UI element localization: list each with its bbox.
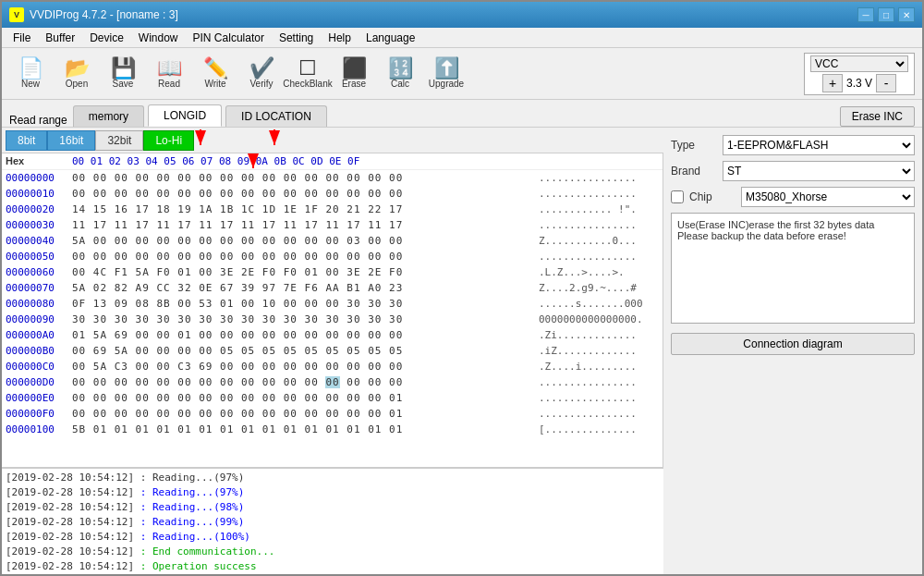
hex-row: 000000A001 5A 69 00 00 01 00 00 00 00 00… — [2, 327, 663, 343]
chip-select[interactable]: M35080_Xhorse M35080_D80 — [741, 187, 915, 207]
hex-row-address: 000000E0 — [6, 391, 72, 405]
hex-row: 000000E000 00 00 00 00 00 00 00 00 00 00… — [2, 390, 663, 406]
verify-icon: ✔️ — [249, 58, 274, 79]
menu-buffer[interactable]: Buffer — [38, 30, 82, 46]
hex-row-bytes: 11 17 11 17 11 17 11 17 11 17 11 17 11 1… — [72, 218, 539, 232]
app-icon: V — [9, 7, 24, 22]
read-icon: 📖 — [157, 58, 182, 79]
hex-row: 000000B000 69 5A 00 00 00 00 05 05 05 05… — [2, 343, 663, 359]
log-timestamp: [2019-02-28 10:54:12] — [6, 472, 134, 484]
calc-button[interactable]: 🔢 Calc — [379, 53, 421, 95]
tab-id-location[interactable]: ID LOCATION — [225, 105, 327, 127]
tab-memory[interactable]: memory — [73, 105, 144, 127]
hex-row: 000000F000 00 00 00 00 00 00 00 00 00 00… — [2, 406, 663, 422]
hex-row: 0000005000 00 00 00 00 00 00 00 00 00 00… — [2, 249, 663, 264]
vcc-select[interactable]: VCC GND — [810, 55, 908, 72]
hex-row-address: 000000D0 — [6, 375, 72, 389]
hex-row-ascii: .Z....i......... — [539, 360, 659, 374]
hex-row-address: 00000070 — [6, 281, 72, 295]
tab-row: Read range memory LONGID ID LOCATION Era… — [2, 100, 922, 128]
hex-row-ascii: ................ — [539, 187, 659, 201]
hex-row: 0000002014 15 16 17 18 19 1A 1B 1C 1D 1E… — [2, 202, 663, 217]
hex-rows[interactable]: 0000000000 00 00 00 00 00 00 00 00 00 00… — [2, 170, 663, 467]
menu-device[interactable]: Device — [82, 30, 131, 46]
menu-window[interactable]: Window — [131, 30, 186, 46]
hex-row-address: 000000C0 — [6, 360, 72, 374]
hex-row-ascii: Z...........0... — [539, 234, 659, 248]
hex-row-address: 00000100 — [6, 423, 72, 436]
hex-row: 000001005B 01 01 01 01 01 01 01 01 01 01… — [2, 422, 663, 437]
hex-row-bytes: 00 00 00 00 00 00 00 00 00 00 00 00 00 0… — [72, 391, 539, 405]
hex-row-ascii: ............ !". — [539, 202, 659, 216]
chip-label: Chip — [689, 190, 736, 203]
hex-row-address: 00000050 — [6, 250, 72, 263]
write-icon: ✏️ — [203, 58, 228, 79]
log-line: [2019-02-28 10:54:12] : Reading...(98%) — [6, 500, 660, 515]
log-message: : Reading...(98%) — [134, 501, 244, 513]
read-button[interactable]: 📖 Read — [148, 53, 190, 95]
log-line: [2019-02-28 10:54:12] : Reading...(100%) — [6, 530, 660, 545]
hex-header: Hex 00 01 02 03 04 05 06 07 08 09 0A 0B … — [2, 153, 663, 170]
hex-row-ascii: ................ — [539, 391, 659, 405]
hex-row-bytes: 5A 00 00 00 00 00 00 00 00 00 00 00 00 0… — [72, 234, 539, 248]
main-content: 8bit 16bit 32bit Lo-Hi Hex 00 01 02 03 0… — [2, 128, 922, 576]
restore-button[interactable]: □ — [878, 7, 894, 22]
log-timestamp: [2019-02-28 10:54:12] — [6, 560, 134, 572]
hex-row-address: 00000010 — [6, 187, 72, 201]
calc-icon: 🔢 — [388, 58, 413, 79]
open-button[interactable]: 📂 Open — [55, 53, 98, 95]
hex-row-bytes: 00 69 5A 00 00 00 00 05 05 05 05 05 05 0… — [72, 344, 539, 358]
brand-select[interactable]: ST Atmel Microchip — [723, 161, 915, 181]
chip-checkbox[interactable] — [671, 190, 684, 203]
hex-row-bytes: 14 15 16 17 18 19 1A 1B 1C 1D 1E 1F 20 2… — [72, 202, 539, 216]
bit-32-button[interactable]: 32bit — [95, 130, 143, 151]
tab-longid[interactable]: LONGID — [148, 104, 222, 127]
hex-row: 000000D000 00 00 00 00 00 00 00 00 00 00… — [2, 374, 663, 390]
new-icon: 📄 — [18, 58, 43, 79]
hex-row-address: 00000080 — [6, 297, 72, 311]
menu-setting[interactable]: Setting — [272, 30, 321, 46]
hex-row-ascii: [............... — [539, 423, 659, 436]
menu-help[interactable]: Help — [321, 30, 359, 46]
save-button[interactable]: 💾 Save — [102, 53, 144, 95]
bit-16-button[interactable]: 16bit — [47, 130, 95, 151]
hex-row-bytes: 00 5A C3 00 00 C3 69 00 00 00 00 00 00 0… — [72, 360, 539, 374]
hex-row-address: 00000000 — [6, 171, 72, 185]
hex-row: 0000006000 4C F1 5A F0 01 00 3E 2E F0 F0… — [2, 264, 663, 280]
hex-row-ascii: ................ — [539, 407, 659, 421]
connection-diagram-button[interactable]: Connection diagram — [671, 333, 915, 355]
menu-file[interactable]: File — [6, 30, 38, 46]
upgrade-icon: ⬆️ — [434, 58, 459, 79]
minimize-button[interactable]: ─ — [857, 7, 874, 22]
log-message: : Reading...(99%) — [134, 516, 244, 528]
bit-8-button[interactable]: 8bit — [6, 130, 47, 151]
write-button[interactable]: ✏️ Write — [194, 53, 237, 95]
vcc-minus-button[interactable]: - — [876, 74, 896, 92]
hex-row-bytes: 00 00 00 00 00 00 00 00 00 00 00 00 00 0… — [72, 187, 539, 201]
hex-row: 000000405A 00 00 00 00 00 00 00 00 00 00… — [2, 233, 663, 249]
bit-lohi-button[interactable]: Lo-Hi — [143, 130, 194, 151]
upgrade-button[interactable]: ⬆️ Upgrade — [425, 53, 468, 95]
title-bar: V VVDIProg 4.7.2 - [noname : 3] ─ □ ✕ — [2, 2, 922, 28]
hex-row-bytes: 00 00 00 00 00 00 00 00 00 00 00 00 00 0… — [72, 407, 539, 421]
app-window: V VVDIProg 4.7.2 - [noname : 3] ─ □ ✕ Fi… — [0, 0, 924, 576]
hex-row-address: 000000F0 — [6, 407, 72, 421]
new-button[interactable]: 📄 New — [9, 53, 52, 95]
vcc-plus-button[interactable]: + — [822, 74, 843, 92]
log-area[interactable]: [2019-02-28 10:54:12] : Reading...(97%)[… — [2, 467, 663, 576]
verify-button[interactable]: ✔️ Verify — [240, 53, 283, 95]
erase-button[interactable]: ⬛ Erase — [333, 53, 375, 95]
hex-row-ascii: .Zi............. — [539, 328, 659, 342]
checkblank-button[interactable]: ☐ CheckBlank — [286, 53, 329, 95]
log-timestamp: [2019-02-28 10:54:12] — [6, 531, 134, 543]
open-icon: 📂 — [65, 58, 90, 79]
erase-inc-button[interactable]: Erase INC — [840, 106, 915, 127]
hex-row-ascii: ................ — [539, 171, 659, 185]
log-line: [2019-02-28 10:54:12] : Reading...(97%) — [6, 471, 660, 485]
type-select[interactable]: 1-EEPROM&FLASH 2-EEPROM FLASH — [723, 135, 915, 155]
close-button[interactable]: ✕ — [898, 7, 915, 22]
menu-pin-calculator[interactable]: PIN Calculator — [186, 30, 272, 46]
chip-row: Chip M35080_Xhorse M35080_D80 — [671, 187, 915, 207]
vcc-area: VCC GND + 3.3 V - — [804, 53, 915, 95]
menu-language[interactable]: Language — [359, 30, 422, 46]
